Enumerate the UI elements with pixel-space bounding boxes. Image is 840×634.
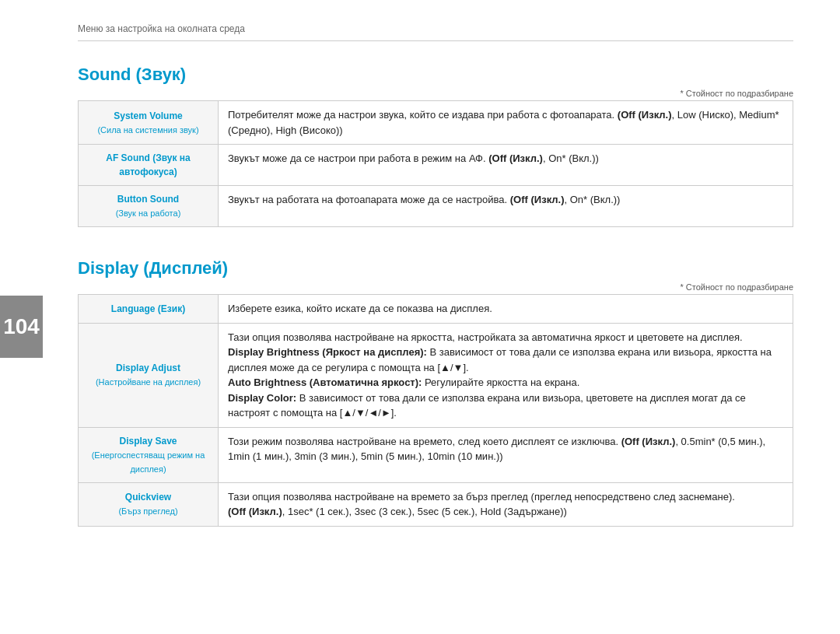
- table-row: AF Sound (Звук на автофокуса)Звукът може…: [79, 145, 793, 186]
- sound-label-sub: (Сила на системния звук): [97, 125, 198, 135]
- table-row: Display Save(Енергоспестяващ режим на ди…: [79, 427, 793, 482]
- display-content-cell-3: Тази опция позволява настройване на врем…: [219, 482, 793, 526]
- page-container: 104 Меню за настройка на околната среда …: [0, 0, 840, 581]
- display-label-main: Display Adjust: [116, 363, 180, 373]
- display-section: Display (Дисплей) * Стойност по подразби…: [78, 258, 793, 527]
- display-content-cell-2: Този режим позволява настройване на врем…: [219, 427, 793, 482]
- display-table: Language (Език)Изберете езика, който иск…: [78, 294, 793, 527]
- display-section-title: Display (Дисплей): [78, 258, 793, 278]
- display-label-cell-2: Display Save(Енергоспестяващ режим на ди…: [79, 427, 219, 482]
- sound-label-cell-1: AF Sound (Звук на автофокуса): [79, 145, 219, 186]
- table-row: Language (Език)Изберете езика, който иск…: [79, 295, 793, 324]
- display-default-note: * Стойност по подразбиране: [78, 282, 793, 292]
- display-label-cell-0: Language (Език): [79, 295, 219, 324]
- table-row: Button Sound(Звук на работа)Звукът на ра…: [79, 186, 793, 227]
- display-label-sub: (Бърз преглед): [118, 506, 177, 516]
- sound-label-main: System Volume: [114, 110, 182, 121]
- sound-label-main: Button Sound: [117, 194, 179, 205]
- display-label-main: Quickview: [125, 492, 171, 503]
- display-label-cell-1: Display Adjust(Настройване на дисплея): [79, 323, 219, 427]
- sound-content-cell-0: Потребителят може да настрои звука, койт…: [219, 101, 793, 145]
- display-label-sub: (Настройване на дисплея): [96, 377, 201, 387]
- sound-default-note: * Стойност по подразбиране: [78, 89, 793, 98]
- sound-table: System Volume(Сила на системния звук)Пот…: [78, 100, 793, 227]
- sound-label-cell-2: Button Sound(Звук на работа): [79, 186, 219, 227]
- display-content-cell-0: Изберете езика, който искате да се показ…: [219, 295, 793, 324]
- display-label-main: Language (Език): [111, 303, 185, 314]
- sound-label-sub: (Звук на работа): [116, 208, 181, 218]
- sound-label-cell-0: System Volume(Сила на системния звук): [79, 101, 219, 145]
- breadcrumb: Меню за настройка на околната среда: [78, 23, 793, 41]
- sound-label-main: AF Sound (Звук на автофокуса): [106, 152, 191, 177]
- sound-section: Sound (Звук) * Стойност по подразбиране …: [78, 65, 793, 227]
- table-row: System Volume(Сила на системния звук)Пот…: [79, 101, 793, 145]
- display-label-main: Display Save: [119, 436, 177, 447]
- display-content-cell-1: Тази опция позволява настройване на ярко…: [219, 323, 793, 427]
- page-number: 104: [3, 314, 40, 339]
- display-label-sub: (Енергоспестяващ режим на дисплея): [92, 450, 205, 474]
- sound-content-cell-2: Звукът на работата на фотоапарата може д…: [219, 186, 793, 227]
- display-label-cell-3: Quickview(Бърз преглед): [79, 482, 219, 526]
- table-row: Display Adjust(Настройване на дисплея)Та…: [79, 323, 793, 427]
- sound-section-title: Sound (Звук): [78, 65, 793, 85]
- page-number-tab: 104: [0, 296, 43, 358]
- sound-content-cell-1: Звукът може да се настрои при работа в р…: [219, 145, 793, 186]
- table-row: Quickview(Бърз преглед)Тази опция позвол…: [79, 482, 793, 526]
